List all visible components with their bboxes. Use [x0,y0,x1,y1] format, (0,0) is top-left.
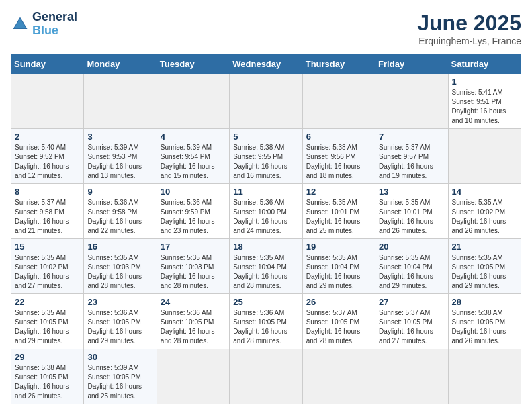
weekday-header: Wednesday [230,55,302,74]
day-info: Sunrise: 5:36 AMSunset: 10:05 PMDaylight… [161,308,226,346]
calendar-cell [375,74,448,129]
day-info: Sunrise: 5:39 AMSunset: 9:53 PMDaylight:… [87,143,152,181]
day-info: Sunrise: 5:37 AMSunset: 9:57 PMDaylight:… [379,143,444,181]
calendar-cell: 14Sunrise: 5:35 AMSunset: 10:02 PMDaylig… [448,184,521,239]
calendar-cell: 8Sunrise: 5:37 AMSunset: 9:58 PMDaylight… [11,184,84,239]
day-info: Sunrise: 5:35 AMSunset: 10:02 PMDaylight… [452,198,517,236]
day-info: Sunrise: 5:36 AMSunset: 10:05 PMDaylight… [233,308,298,346]
day-number: 20 [379,242,444,252]
calendar-cell: 22Sunrise: 5:35 AMSunset: 10:05 PMDaylig… [11,294,84,349]
calendar-cell: 16Sunrise: 5:35 AMSunset: 10:03 PMDaylig… [84,239,157,294]
calendar-cell [302,74,375,129]
day-number: 3 [87,132,152,142]
calendar-cell [448,349,521,404]
calendar-week-row: 15Sunrise: 5:35 AMSunset: 10:02 PMDaylig… [11,239,521,294]
day-number: 1 [452,77,517,87]
day-info: Sunrise: 5:38 AMSunset: 10:05 PMDaylight… [452,308,517,346]
day-info: Sunrise: 5:35 AMSunset: 10:01 PMDaylight… [379,198,444,236]
day-info: Sunrise: 5:38 AMSunset: 10:05 PMDaylight… [15,363,80,401]
day-number: 4 [161,132,226,142]
weekday-header: Sunday [11,55,84,74]
weekday-header: Monday [84,55,157,74]
calendar-cell: 13Sunrise: 5:35 AMSunset: 10:01 PMDaylig… [375,184,448,239]
day-number: 15 [15,242,80,252]
day-number: 8 [15,187,80,197]
calendar-cell: 21Sunrise: 5:35 AMSunset: 10:05 PMDaylig… [448,239,521,294]
calendar-cell: 29Sunrise: 5:38 AMSunset: 10:05 PMDaylig… [11,349,84,404]
day-info: Sunrise: 5:35 AMSunset: 10:03 PMDaylight… [161,253,226,291]
calendar-week-row: 8Sunrise: 5:37 AMSunset: 9:58 PMDaylight… [11,184,521,239]
day-info: Sunrise: 5:35 AMSunset: 10:05 PMDaylight… [452,253,517,291]
day-number: 14 [452,187,517,197]
calendar-cell: 9Sunrise: 5:36 AMSunset: 9:58 PMDaylight… [84,184,157,239]
day-number: 2 [15,132,80,142]
day-number: 9 [87,187,152,197]
day-number: 10 [161,187,226,197]
calendar-cell: 5Sunrise: 5:38 AMSunset: 9:55 PMDaylight… [230,129,302,184]
day-number: 23 [87,297,152,307]
calendar-cell: 19Sunrise: 5:35 AMSunset: 10:04 PMDaylig… [302,239,375,294]
day-info: Sunrise: 5:35 AMSunset: 10:04 PMDaylight… [306,253,371,291]
calendar-cell: 25Sunrise: 5:36 AMSunset: 10:05 PMDaylig… [230,294,302,349]
calendar-cell: 26Sunrise: 5:37 AMSunset: 10:05 PMDaylig… [302,294,375,349]
calendar-cell: 20Sunrise: 5:35 AMSunset: 10:04 PMDaylig… [375,239,448,294]
day-number: 24 [161,297,226,307]
day-number: 29 [15,352,80,362]
svg-marker-1 [15,18,26,28]
day-info: Sunrise: 5:37 AMSunset: 10:05 PMDaylight… [379,308,444,346]
calendar-cell [157,349,229,404]
calendar-week-row: 1Sunrise: 5:41 AMSunset: 9:51 PMDaylight… [11,74,521,129]
logo-text: GeneralBlue [32,11,77,38]
day-info: Sunrise: 5:40 AMSunset: 9:52 PMDaylight:… [15,143,80,181]
day-number: 12 [306,187,371,197]
calendar-cell: 17Sunrise: 5:35 AMSunset: 10:03 PMDaylig… [157,239,229,294]
calendar-cell: 11Sunrise: 5:36 AMSunset: 10:00 PMDaylig… [230,184,302,239]
day-info: Sunrise: 5:35 AMSunset: 10:04 PMDaylight… [233,253,298,291]
day-info: Sunrise: 5:39 AMSunset: 10:05 PMDaylight… [87,363,152,401]
calendar-cell [84,74,157,129]
calendar-cell: 28Sunrise: 5:38 AMSunset: 10:05 PMDaylig… [448,294,521,349]
logo-icon [11,15,30,34]
day-info: Sunrise: 5:38 AMSunset: 9:56 PMDaylight:… [306,143,371,181]
calendar-cell: 18Sunrise: 5:35 AMSunset: 10:04 PMDaylig… [230,239,302,294]
day-number: 13 [379,187,444,197]
day-number: 16 [87,242,152,252]
day-number: 11 [233,187,298,197]
calendar-cell [375,349,448,404]
day-number: 5 [233,132,298,142]
logo: GeneralBlue [11,11,77,38]
calendar-cell [157,74,229,129]
page-header: GeneralBlue June 2025 Erquinghem-Lys, Fr… [11,11,521,46]
calendar-cell: 2Sunrise: 5:40 AMSunset: 9:52 PMDaylight… [11,129,84,184]
calendar-cell [230,349,302,404]
calendar-cell: 27Sunrise: 5:37 AMSunset: 10:05 PMDaylig… [375,294,448,349]
day-number: 18 [233,242,298,252]
calendar-cell: 24Sunrise: 5:36 AMSunset: 10:05 PMDaylig… [157,294,229,349]
day-info: Sunrise: 5:37 AMSunset: 10:05 PMDaylight… [306,308,371,346]
day-number: 21 [452,242,517,252]
weekday-header: Tuesday [157,55,229,74]
month-title: June 2025 [417,11,521,36]
calendar-table: SundayMondayTuesdayWednesdayThursdayFrid… [11,54,521,404]
calendar-cell: 10Sunrise: 5:36 AMSunset: 9:59 PMDayligh… [157,184,229,239]
day-info: Sunrise: 5:35 AMSunset: 10:03 PMDaylight… [87,253,152,291]
calendar-week-row: 22Sunrise: 5:35 AMSunset: 10:05 PMDaylig… [11,294,521,349]
day-number: 25 [233,297,298,307]
location: Erquinghem-Lys, France [417,36,521,46]
weekday-header: Saturday [448,55,521,74]
day-info: Sunrise: 5:36 AMSunset: 10:00 PMDaylight… [233,198,298,236]
day-number: 22 [15,297,80,307]
day-info: Sunrise: 5:36 AMSunset: 9:58 PMDaylight:… [87,198,152,236]
weekday-header: Friday [375,55,448,74]
day-info: Sunrise: 5:35 AMSunset: 10:04 PMDaylight… [379,253,444,291]
day-number: 17 [161,242,226,252]
calendar-cell [302,349,375,404]
day-number: 26 [306,297,371,307]
calendar-cell: 23Sunrise: 5:36 AMSunset: 10:05 PMDaylig… [84,294,157,349]
day-number: 30 [87,352,152,362]
calendar-cell: 15Sunrise: 5:35 AMSunset: 10:02 PMDaylig… [11,239,84,294]
calendar-week-row: 29Sunrise: 5:38 AMSunset: 10:05 PMDaylig… [11,349,521,404]
day-number: 27 [379,297,444,307]
title-area: June 2025 Erquinghem-Lys, France [417,11,521,46]
day-info: Sunrise: 5:35 AMSunset: 10:01 PMDaylight… [306,198,371,236]
